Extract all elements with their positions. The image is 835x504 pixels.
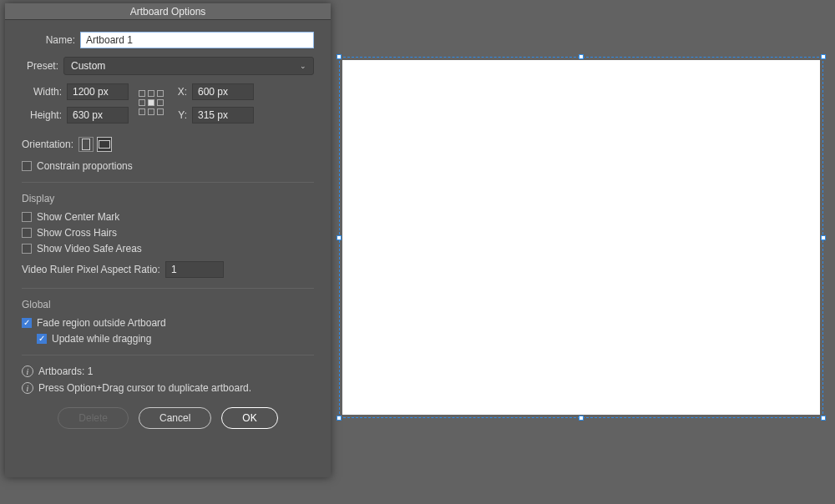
ok-button[interactable]: OK	[221, 407, 277, 429]
chevron-down-icon: ⌄	[300, 62, 306, 70]
resize-handle-sw[interactable]	[337, 416, 342, 421]
width-label: Width:	[22, 86, 62, 98]
artboard-options-dialog: Artboard Options Name: Preset: Custom ⌄ …	[5, 3, 331, 477]
x-label: X:	[174, 86, 187, 98]
display-heading: Display	[22, 193, 314, 204]
global-heading: Global	[22, 299, 314, 310]
y-input[interactable]	[192, 107, 254, 123]
height-label: Height:	[22, 109, 62, 121]
name-input[interactable]	[80, 32, 314, 48]
width-input[interactable]	[67, 83, 129, 100]
resize-handle-w[interactable]	[337, 235, 342, 240]
orientation-portrait-button[interactable]	[78, 137, 94, 152]
show-center-label: Show Center Mark	[37, 211, 119, 223]
show-video-safe-label: Show Video Safe Areas	[37, 243, 142, 255]
resize-handle-ne[interactable]	[821, 54, 826, 59]
delete-button: Delete	[58, 407, 129, 429]
update-dragging-label: Update while dragging	[52, 333, 151, 345]
fade-region-checkbox[interactable]	[22, 318, 32, 328]
show-video-safe-checkbox[interactable]	[22, 244, 32, 254]
constrain-proportions-label: Constrain proportions	[37, 160, 133, 172]
resize-handle-nw[interactable]	[337, 54, 342, 59]
preset-label: Preset:	[22, 60, 58, 72]
fade-region-label: Fade region outside Artboard	[37, 317, 166, 329]
constrain-proportions-checkbox[interactable]	[22, 161, 32, 171]
info-icon: i	[22, 382, 33, 394]
preset-select[interactable]: Custom ⌄	[63, 57, 314, 75]
dialog-title: Artboard Options	[5, 3, 331, 20]
show-center-checkbox[interactable]	[22, 212, 32, 222]
artboards-count: Artboards: 1	[38, 365, 93, 377]
height-input[interactable]	[67, 107, 129, 123]
preset-value: Custom	[71, 60, 105, 72]
pixel-aspect-label: Video Ruler Pixel Aspect Ratio:	[22, 264, 160, 275]
resize-handle-se[interactable]	[821, 416, 826, 421]
update-dragging-checkbox[interactable]	[37, 334, 47, 344]
orientation-label: Orientation:	[22, 139, 73, 150]
y-label: Y:	[174, 109, 187, 121]
pixel-aspect-input[interactable]	[165, 261, 224, 278]
x-input[interactable]	[192, 83, 254, 100]
show-crosshairs-label: Show Cross Hairs	[37, 227, 117, 239]
show-crosshairs-checkbox[interactable]	[22, 228, 32, 238]
artboard-canvas	[342, 60, 820, 415]
resize-handle-n[interactable]	[579, 54, 584, 59]
cancel-button[interactable]: Cancel	[139, 407, 211, 429]
duplicate-hint: Press Option+Drag cursor to duplicate ar…	[38, 382, 251, 394]
name-label: Name:	[38, 34, 75, 46]
resize-handle-e[interactable]	[821, 235, 826, 240]
orientation-landscape-button[interactable]	[97, 137, 112, 152]
reference-point-grid[interactable]	[139, 90, 164, 115]
info-icon: i	[22, 365, 33, 377]
resize-handle-s[interactable]	[579, 416, 584, 421]
